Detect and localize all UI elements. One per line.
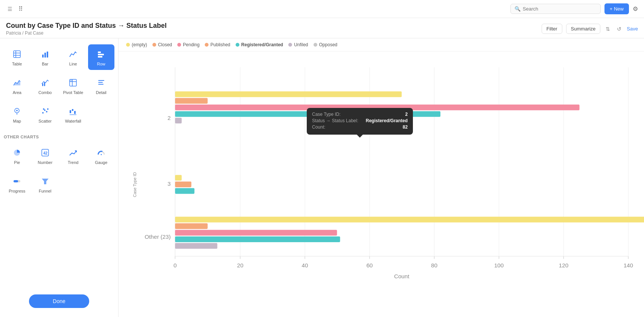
svg-text:Other (23): Other (23) bbox=[145, 234, 171, 240]
bar-g3-registered bbox=[175, 188, 194, 194]
svg-point-23 bbox=[46, 111, 47, 112]
chart-type-line[interactable]: Line bbox=[60, 44, 87, 70]
hamburger-icon[interactable]: ☰ bbox=[6, 5, 14, 14]
svg-rect-15 bbox=[70, 79, 72, 82]
nav-left: ☰ ⠿ bbox=[6, 5, 23, 14]
chart-type-progress[interactable]: Progress bbox=[4, 171, 30, 197]
pivot-label: Pivot Table bbox=[63, 90, 83, 95]
svg-text:42: 42 bbox=[43, 151, 48, 155]
breadcrumb: Patricia / Pat Case bbox=[6, 30, 167, 36]
svg-text:40: 40 bbox=[302, 262, 308, 268]
legend-dot-published bbox=[205, 43, 209, 47]
svg-rect-16 bbox=[98, 80, 104, 81]
chart-type-trend[interactable]: Trend bbox=[60, 143, 87, 168]
svg-rect-5 bbox=[44, 53, 46, 58]
bar-g2-pending bbox=[175, 105, 579, 110]
summarize-button[interactable]: Summarize bbox=[566, 24, 601, 34]
nav-right: 🔍 + New ⚙ bbox=[510, 3, 638, 14]
chart-type-funnel[interactable]: Funnel bbox=[32, 171, 59, 197]
chart-type-row[interactable]: Row bbox=[88, 44, 115, 70]
trend-icon bbox=[67, 147, 79, 159]
svg-rect-6 bbox=[47, 52, 48, 58]
bar-g3-closed bbox=[175, 182, 191, 187]
chart-type-table[interactable]: Table bbox=[4, 44, 30, 70]
svg-point-32 bbox=[100, 154, 102, 155]
gauge-label: Gauge bbox=[95, 160, 107, 165]
pie-label: Pie bbox=[14, 160, 20, 165]
line-icon bbox=[67, 48, 79, 60]
combo-label: Combo bbox=[38, 90, 52, 95]
sort-icon[interactable]: ⇅ bbox=[604, 24, 612, 33]
done-button[interactable]: Done bbox=[29, 294, 89, 308]
filter-button[interactable]: Filter bbox=[542, 24, 562, 34]
svg-point-22 bbox=[44, 109, 46, 111]
legend-empty: (empty) bbox=[126, 42, 147, 47]
chart-type-pie[interactable]: Pie bbox=[4, 143, 30, 168]
pie-icon bbox=[11, 147, 23, 159]
svg-point-24 bbox=[47, 108, 49, 110]
svg-text:100: 100 bbox=[494, 262, 504, 268]
search-input[interactable] bbox=[523, 6, 597, 12]
chart-type-grid: Table Bar bbox=[4, 44, 114, 127]
legend-registered: Registered/Granted bbox=[236, 42, 283, 47]
chart-svg: 0 20 40 60 80 100 bbox=[149, 59, 633, 295]
other-chart-grid: Pie 42 Number bbox=[4, 143, 114, 197]
progress-label: Progress bbox=[9, 189, 25, 193]
table-icon bbox=[11, 48, 23, 60]
search-box: 🔍 bbox=[510, 4, 601, 14]
svg-rect-10 bbox=[42, 83, 43, 86]
chart-type-combo[interactable]: Combo bbox=[32, 73, 59, 99]
settings-icon[interactable]: ⚙ bbox=[633, 5, 638, 12]
number-label: Number bbox=[38, 160, 52, 165]
save-button[interactable]: Save bbox=[627, 26, 638, 32]
svg-rect-26 bbox=[70, 110, 71, 113]
legend-dot-unfiled bbox=[288, 43, 292, 47]
combo-icon bbox=[39, 77, 51, 89]
svg-text:60: 60 bbox=[366, 262, 373, 268]
chart-type-number[interactable]: 42 Number bbox=[32, 143, 59, 168]
number-icon: 42 bbox=[39, 147, 51, 159]
chart-type-scatter[interactable]: Scatter bbox=[32, 102, 59, 127]
chart-type-waterfall[interactable]: Waterfall bbox=[60, 102, 87, 127]
chart-type-pivot[interactable]: Pivot Table bbox=[60, 73, 87, 99]
main-layout: Table Bar bbox=[0, 38, 644, 317]
other-charts-heading: OTHER CHARTS bbox=[4, 135, 114, 139]
waterfall-label: Waterfall bbox=[65, 119, 81, 123]
pivot-icon bbox=[67, 77, 79, 89]
legend-pending: Pending bbox=[177, 42, 199, 47]
legend-dot-empty bbox=[126, 43, 130, 47]
sidebar: Table Bar bbox=[0, 38, 119, 317]
bar-g2-unfiled bbox=[175, 118, 182, 123]
funnel-label: Funnel bbox=[39, 189, 52, 193]
chart-container: Case Type ID 0 20 40 60 bbox=[119, 52, 644, 317]
title-area: Count by Case Type ID and Status → Statu… bbox=[6, 22, 167, 36]
bar-other-unfiled bbox=[175, 243, 217, 249]
chart-type-detail[interactable]: Detail bbox=[88, 73, 115, 99]
chart-type-bar[interactable]: Bar bbox=[32, 44, 59, 70]
svg-text:0: 0 bbox=[174, 262, 177, 268]
chart-type-map[interactable]: Map bbox=[4, 102, 30, 127]
legend-dot-pending bbox=[177, 43, 181, 47]
legend-dot-closed bbox=[152, 43, 156, 47]
row-label: Row bbox=[97, 62, 105, 66]
area-label: Area bbox=[13, 90, 21, 95]
line-label: Line bbox=[69, 62, 77, 66]
page-header: Count by Case Type ID and Status → Statu… bbox=[0, 18, 644, 38]
legend-published: Published bbox=[205, 42, 230, 47]
new-button[interactable]: + New bbox=[604, 3, 629, 14]
top-nav: ☰ ⠿ 🔍 + New ⚙ bbox=[0, 0, 644, 18]
svg-point-20 bbox=[16, 110, 18, 111]
svg-text:2: 2 bbox=[167, 115, 171, 121]
svg-rect-0 bbox=[14, 51, 20, 58]
legend-opposed: Opposed bbox=[314, 42, 338, 47]
bar-other-closed bbox=[175, 223, 208, 229]
chart-type-area[interactable]: Area bbox=[4, 73, 30, 99]
bar-icon bbox=[39, 48, 51, 60]
row-icon bbox=[95, 48, 107, 60]
trend-label: Trend bbox=[68, 160, 78, 165]
chart-type-gauge[interactable]: Gauge bbox=[88, 143, 115, 168]
progress-icon bbox=[11, 175, 23, 187]
svg-rect-34 bbox=[14, 180, 18, 182]
refresh-icon[interactable]: ↺ bbox=[615, 24, 623, 33]
detail-icon bbox=[95, 77, 107, 89]
